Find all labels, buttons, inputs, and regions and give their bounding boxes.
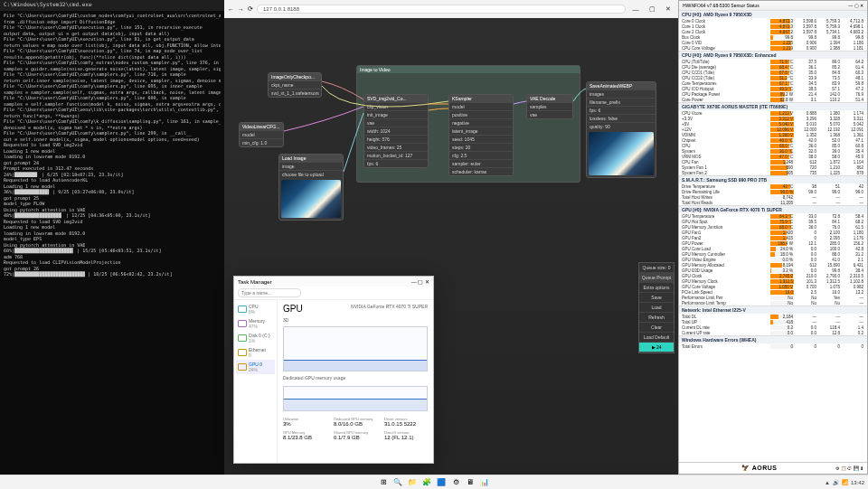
node-header[interactable]: ImageOnlyCheckpo... [269,73,321,80]
sensor-row[interactable]: Core Temperatures67.1 °C34.583.959.8 [679,80,867,86]
close-button[interactable]: ✕ [662,5,675,14]
sensor-row[interactable]: +12V12.096 V12.00012.19212.091 [679,127,867,132]
sensor-row[interactable]: GPU Core Voltage1.050 V0.7001.0750.982 [679,284,867,289]
tray-item[interactable]: 🔊 [833,479,839,485]
sensor-row[interactable]: CPU IOD Hotspot49.9 °C38.557.147.2 [679,86,867,91]
sensor-row[interactable]: GPU Memory Clock1,312.5101.31,312.51,102… [679,278,867,284]
sensor-section-header[interactable]: S.M.A.R.T.: Samsung SSD 990 PRO 2TB [679,175,867,183]
system-tray[interactable]: ▲🔊📶13:42 [825,479,864,485]
sensor-row[interactable]: +5V5.040 V5.0105.0705.042 [679,121,867,127]
sensor-row[interactable]: CPU Fan1,2486121,8721,104 [679,159,867,165]
sensor-row[interactable]: CPU Core Voltage1.2190.9001.3881.181 [679,45,867,51]
sensor-row[interactable]: Drive Remaining Life99.0 %99.099.099.0 [679,189,867,194]
sensor-row[interactable]: GPU Core Load24.0 %0.0100.042.8 [679,246,867,251]
sensor-section-header[interactable]: CPU [#0]: AMD Ryzen 9 7950X3D [679,10,867,18]
tray-item[interactable]: 📶 [842,479,848,485]
taskmgr-titlebar[interactable]: Task Manager — ▢ ✕ [234,277,433,287]
node-header[interactable]: VideoLinearCFG... [240,123,283,130]
sensor-section-header[interactable]: Windows Hardware Errors (WHEA) [679,335,867,343]
sensor-row[interactable]: Current UP rate0.00.012.80.2 [679,330,867,335]
sensor-row[interactable]: GPU Fan11,42002,1001,180 [679,230,867,235]
queue-prompt-button[interactable]: Queue Prompt [639,273,674,283]
group-header[interactable]: Image to Video [357,66,580,73]
sidebar-item-disk-0-c-[interactable]: Disk 0 (C:)1% [236,331,275,345]
taskbar-app-icon[interactable]: 🔍 [392,477,403,488]
sensor-row[interactable]: +3.3V3.312 V3.2963.3283.311 [679,116,867,121]
tray-item[interactable]: 13:42 [851,480,864,485]
sensor-row[interactable]: Total DL2,184——— [679,314,867,319]
sensor-row[interactable]: GPU Hot Spot75.9 °C39.584.168.2 [679,219,867,224]
sensor-row[interactable]: Bus Clock99.899.899.899.8 [679,34,867,40]
sensor-row[interactable]: Core 1 Clock4,872.33,597.85,759.34,698.1 [679,24,867,29]
close-button[interactable]: ✕ [425,279,429,285]
sensor-row[interactable]: Core 2 Clock4,847.23,597.85,734.14,683.2 [679,29,867,34]
windows-taskbar[interactable]: ⊞🔍📁🧩🟦⚙🖥📊 ▲🔊📶13:42 [0,475,868,489]
taskbar-app-icon[interactable]: 🖥 [465,477,476,488]
node-header[interactable]: VAE Decode [527,95,572,102]
sensor-row[interactable]: CPU CCD1 (Tdie)67.8 °C35.084.860.3 [679,70,867,75]
sensor-row[interactable]: CPU Package Power89.2 W21.4142.076.9 [679,91,867,97]
sensor-section-header[interactable]: GPU [#0]: NVIDIA GeForce RTX 4070 Ti SUP… [679,205,867,213]
extra-options[interactable]: Extra options [639,283,674,293]
sensor-row[interactable]: Chipset48.0 °C42.052.047.1 [679,137,867,143]
node-header[interactable]: SVD_img2vid_Co... [364,95,428,102]
sensor-row[interactable]: Performance Limit TempNoNoNo— [679,300,867,306]
maximize-button[interactable]: ▢ [854,3,859,8]
node-svd[interactable]: SVD_img2vid_Co... clip_vision init_image… [363,94,429,168]
sensor-row[interactable]: CPU Die (average)68.4 °C36.185.261.4 [679,64,867,70]
save-button[interactable]: Save [639,293,674,303]
sensor-row[interactable]: Core 0 Clock4,872.33,598.65,759.34,712.8 [679,18,867,24]
sidebar-item-cpu[interactable]: CPU8% [236,302,275,316]
maximize-button[interactable]: ▢ [418,279,423,285]
sensor-row[interactable]: System Fan 29057351,225878 [679,170,867,175]
sensor-row[interactable]: GPU Video Engine0.0 %0.041.02.1 [679,257,867,262]
node-load-image[interactable]: Load Image image choose file to upload [278,154,344,221]
taskbar-app-icon[interactable]: ⊞ [378,477,389,488]
sensor-row[interactable]: VRM MOS47.0 °C38.058.045.9 [679,154,867,159]
load-default-button[interactable]: Load Default [639,333,674,343]
forward-icon[interactable]: → [238,6,244,13]
sensor-row[interactable]: GPU Memory Junction68.0 °C36.076.061.5 [679,224,867,230]
node-header[interactable]: SaveAnimatedWEBP [587,82,656,89]
back-icon[interactable]: ← [228,6,234,13]
hwinfo-tray-icons[interactable]: ⚙ 📋 ⏱ 💾 ⬇ [835,465,863,471]
hwinfo-sensor-list[interactable]: CPU [#0]: AMD Ryzen 9 7950X3DCore 0 Cloc… [679,10,867,462]
sensor-row[interactable]: GPU Clock2,745.0210.02,790.02,310.5 [679,273,867,278]
node-cond[interactable]: VideoLinearCFG... model min_cfg: 1.0 [239,122,284,147]
node-header[interactable]: KSampler [449,95,513,102]
sensor-row[interactable]: CPU CCD2 (Tdie)51.3 °C33.973.548.1 [679,75,867,80]
sidebar-item-memory[interactable]: Memory47% [236,316,275,331]
sensor-section-header[interactable]: CPU [#0]: AMD Ryzen 9 7950X3D: Enhanced [679,51,867,59]
node-model-loader[interactable]: ImageOnlyCheckpo... ckpt_name svd_xt_1_1… [268,72,322,98]
node-ksampler[interactable]: KSampler model positive negative latent_… [448,94,514,176]
minimize-button[interactable]: — [411,279,417,285]
hwinfo-titlebar[interactable]: HWiNFO64 v7.68-5300 Sensor Status — ▢ ✕ [679,1,867,10]
sensor-row[interactable]: Performance Limit PwrNoNoYes— [679,295,867,300]
node-vae-decode[interactable]: VAE Decode samples vae [526,94,573,119]
sensor-row[interactable]: Total UP418——— [679,319,867,324]
sensor-row[interactable]: Total Host Writes8,742——— [679,194,867,200]
tray-item[interactable]: ▲ [825,480,830,485]
sensor-row[interactable]: PCIe Link Speed16.02.516.013.2 [679,289,867,295]
sensor-row[interactable]: System Fan 18907201,210862 [679,165,867,170]
sensor-row[interactable]: CPU Vcore1.212 V0.8881.3801.174 [679,110,867,116]
refresh-button[interactable]: Refresh [639,313,674,323]
taskbar-app-icon[interactable]: 🧩 [421,477,432,488]
sensor-row[interactable]: System36.0 °C32.039.035.4 [679,148,867,154]
sensor-row[interactable]: Total Errors0000 [679,343,867,349]
close-button[interactable]: ✕ [860,3,863,8]
taskbar-app-icon[interactable]: 📊 [479,477,490,488]
taskbar-app-icon[interactable]: 🟦 [436,477,447,488]
sensor-row[interactable]: GPU Memory Controller18.0 %0.088.031.2 [679,251,867,257]
sensor-section-header[interactable]: Network: Intel Ethernet I225-V [679,306,867,314]
search-input[interactable] [238,288,301,297]
sidebar-item-gpu-0[interactable]: GPU 024% [236,360,275,374]
sensor-row[interactable]: Core Power62.8 W3.1110.251.4 [679,97,867,102]
sensor-row[interactable]: Drive Temperature43 °C385142 [679,183,867,189]
reload-icon[interactable]: ⟳ [248,5,253,13]
node-header[interactable]: Load Image [279,155,343,162]
sensor-row[interactable]: CPU68.0 °C36.085.060.8 [679,143,867,148]
terminal-titlebar[interactable]: C:\Windows\System32\cmd.exe [0,0,224,11]
taskbar-app-icon[interactable]: 📁 [407,477,418,488]
address-bar[interactable]: 127.0.0.1:8188 [257,5,626,14]
